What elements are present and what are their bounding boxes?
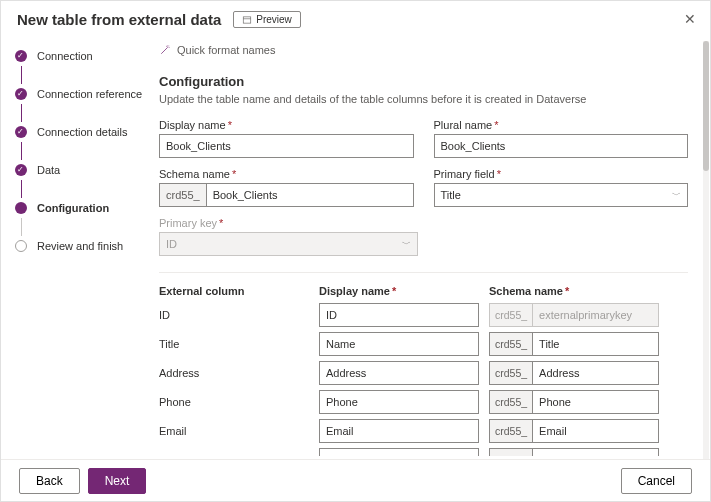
column-schema-name-input[interactable] [532, 419, 659, 443]
primary-field-label: Primary field* [434, 168, 689, 180]
column-schema-name-input[interactable] [532, 361, 659, 385]
step-label: Configuration [37, 202, 109, 214]
primary-key-label: Primary key* [159, 217, 418, 229]
display-name-label: Display name* [159, 119, 414, 131]
column-display-name-input[interactable] [319, 390, 479, 414]
schema-prefix: crd55_ [489, 332, 532, 356]
step-dot-icon [15, 88, 27, 100]
chevron-down-icon: ﹀ [402, 238, 411, 251]
column-schema-name-input[interactable] [532, 332, 659, 356]
column-display-name-input[interactable] [319, 448, 479, 456]
display-name-input[interactable] [159, 134, 414, 158]
schema-prefix: crd55_ [159, 183, 206, 207]
primary-key-select: ID ﹀ [159, 232, 418, 256]
schema-prefix: crd55_ [489, 390, 532, 414]
columns-list: IDcrd55_Titlecrd55_Addresscrd55_Phonecrd… [159, 303, 688, 456]
preview-icon [242, 15, 252, 25]
column-display-name-input[interactable] [319, 419, 479, 443]
wizard-step-configuration[interactable]: Configuration [15, 198, 149, 218]
svg-rect-0 [243, 16, 251, 22]
close-icon[interactable]: ✕ [684, 11, 696, 27]
step-dot-icon [15, 126, 27, 138]
plural-name-input[interactable] [434, 134, 689, 158]
wizard-step-review-and-finish[interactable]: Review and finish [15, 236, 149, 256]
column-schema-name-input[interactable] [532, 390, 659, 414]
col-header-schema: Schema name* [489, 285, 659, 297]
primary-field-value: Title [441, 189, 461, 201]
external-column-name: Modified [159, 454, 309, 456]
step-label: Data [37, 164, 60, 176]
config-title: Configuration [159, 74, 688, 89]
cancel-button[interactable]: Cancel [621, 468, 692, 494]
wizard-steps: ConnectionConnection referenceConnection… [1, 38, 149, 456]
column-schema-name-input[interactable] [532, 448, 659, 456]
schema-prefix: crd55_ [489, 303, 532, 327]
column-row: Emailcrd55_ [159, 419, 688, 443]
step-dot-icon [15, 240, 27, 252]
schema-prefix: crd55_ [489, 361, 532, 385]
preview-button[interactable]: Preview [233, 11, 301, 28]
step-dot-icon [15, 50, 27, 62]
schema-prefix: crd55_ [489, 419, 532, 443]
step-label: Connection [37, 50, 93, 62]
column-schema-name-input [532, 303, 659, 327]
main-panel: Quick format names Configuration Update … [149, 38, 710, 456]
step-label: Connection details [37, 126, 128, 138]
wizard-step-data[interactable]: Data [15, 160, 149, 180]
column-row: Titlecrd55_ [159, 332, 688, 356]
column-row: Phonecrd55_ [159, 390, 688, 414]
dialog-footer: Back Next Cancel [1, 459, 710, 501]
preview-label: Preview [256, 14, 292, 25]
external-column-name: Title [159, 338, 309, 350]
chevron-down-icon: ﹀ [672, 189, 681, 202]
dialog-title: New table from external data [17, 11, 221, 28]
quick-format-label: Quick format names [177, 44, 275, 56]
back-button[interactable]: Back [19, 468, 80, 494]
config-subtitle: Update the table name and details of the… [159, 93, 688, 105]
columns-header: External column Display name* Schema nam… [159, 285, 688, 297]
scrollbar[interactable] [703, 41, 709, 459]
col-header-display: Display name* [319, 285, 479, 297]
column-display-name-input[interactable] [319, 332, 479, 356]
step-dot-icon [15, 164, 27, 176]
column-row: Addresscrd55_ [159, 361, 688, 385]
step-label: Connection reference [37, 88, 142, 100]
step-label: Review and finish [37, 240, 123, 252]
col-header-external: External column [159, 285, 309, 297]
step-dot-icon [15, 202, 27, 214]
wizard-step-connection-reference[interactable]: Connection reference [15, 84, 149, 104]
schema-name-label: Schema name* [159, 168, 414, 180]
external-column-name: Phone [159, 396, 309, 408]
next-button[interactable]: Next [88, 468, 147, 494]
primary-key-value: ID [166, 238, 177, 250]
divider [159, 272, 688, 273]
column-display-name-input[interactable] [319, 361, 479, 385]
external-column-name: Address [159, 367, 309, 379]
external-column-name: Email [159, 425, 309, 437]
column-display-name-input[interactable] [319, 303, 479, 327]
wizard-step-connection-details[interactable]: Connection details [15, 122, 149, 142]
column-row: Modifiedcrd55_ [159, 448, 688, 456]
wand-icon [159, 44, 171, 56]
schema-name-input[interactable] [206, 183, 414, 207]
primary-field-select[interactable]: Title ﹀ [434, 183, 689, 207]
external-column-name: ID [159, 309, 309, 321]
dialog-header: New table from external data Preview ✕ [1, 1, 710, 38]
wizard-step-connection[interactable]: Connection [15, 46, 149, 66]
quick-format-names[interactable]: Quick format names [159, 38, 688, 70]
schema-prefix: crd55_ [489, 448, 532, 456]
column-row: IDcrd55_ [159, 303, 688, 327]
plural-name-label: Plural name* [434, 119, 689, 131]
